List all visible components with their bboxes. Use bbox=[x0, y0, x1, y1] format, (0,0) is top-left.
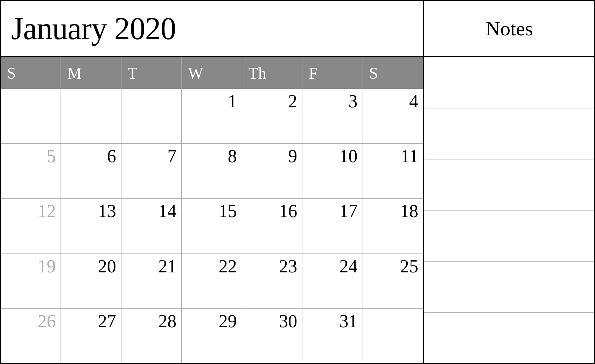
calendar-row-1: 1 2 3 4 bbox=[1, 89, 423, 143]
calendar-cell: 29 bbox=[182, 309, 242, 363]
calendar-cell: 24 bbox=[302, 254, 363, 308]
calendar-cell: 26 bbox=[1, 309, 61, 363]
day-label-fri: F bbox=[302, 57, 363, 89]
calendar-title: January 2020 bbox=[11, 10, 176, 47]
notes-row-4[interactable] bbox=[424, 261, 594, 312]
calendar-cell: 16 bbox=[242, 199, 302, 253]
calendar-cell: 25 bbox=[363, 254, 423, 308]
calendar-cell: 9 bbox=[242, 144, 302, 198]
day-label-tue: T bbox=[121, 57, 182, 89]
calendar-cell: 23 bbox=[242, 254, 302, 308]
calendar-grid: 1 2 3 4 5 6 7 8 9 10 11 12 13 14 15 bbox=[1, 89, 423, 363]
calendar-row-5: 26 27 28 29 30 31 bbox=[1, 308, 423, 363]
day-label-sat: S bbox=[363, 57, 423, 89]
calendar-cell: 12 bbox=[1, 199, 61, 253]
calendar-cell: 14 bbox=[121, 199, 182, 253]
calendar-cell: 5 bbox=[1, 144, 61, 198]
calendar-cell bbox=[121, 89, 182, 143]
calendar-cell: 15 bbox=[182, 199, 242, 253]
calendar-header: January 2020 bbox=[1, 1, 423, 57]
calendar-cell: 20 bbox=[61, 254, 121, 308]
day-label-sun: S bbox=[1, 57, 61, 89]
notes-rows bbox=[424, 57, 594, 363]
calendar-row-4: 19 20 21 22 23 24 25 bbox=[1, 254, 423, 308]
days-header: S M T W Th F S bbox=[1, 57, 423, 89]
calendar-cell: 1 bbox=[182, 89, 242, 143]
notes-row-5[interactable] bbox=[424, 312, 594, 363]
calendar-cell: 13 bbox=[61, 199, 121, 253]
calendar-cell bbox=[1, 89, 61, 143]
calendar-cell: 17 bbox=[302, 199, 363, 253]
calendar-cell: 3 bbox=[302, 89, 363, 143]
notes-title: Notes bbox=[485, 17, 533, 40]
calendar-cell: 30 bbox=[242, 309, 302, 363]
notes-day-header-spacer bbox=[424, 57, 594, 108]
calendar-wrapper: January 2020 S M T W Th F S 1 2 3 4 bbox=[0, 0, 595, 364]
calendar-cell: 6 bbox=[61, 144, 121, 198]
calendar-cell: 19 bbox=[1, 254, 61, 308]
day-label-wed: W bbox=[182, 57, 242, 89]
calendar-cell: 22 bbox=[182, 254, 242, 308]
day-label-thu: Th bbox=[242, 57, 302, 89]
notes-row-3[interactable] bbox=[424, 210, 594, 261]
calendar-main: January 2020 S M T W Th F S 1 2 3 4 bbox=[1, 1, 424, 363]
day-label-mon: M bbox=[61, 57, 121, 89]
calendar-cell: 11 bbox=[363, 144, 423, 198]
calendar-cell: 18 bbox=[363, 199, 423, 253]
calendar-cell: 8 bbox=[182, 144, 242, 198]
calendar-cell: 28 bbox=[121, 309, 182, 363]
notes-panel: Notes bbox=[424, 1, 594, 363]
calendar-cell: 7 bbox=[121, 144, 182, 198]
notes-row-2[interactable] bbox=[424, 159, 594, 210]
calendar-cell: 4 bbox=[363, 89, 423, 143]
calendar-row-2: 5 6 7 8 9 10 11 bbox=[1, 143, 423, 198]
calendar-cell bbox=[61, 89, 121, 143]
calendar-cell: 31 bbox=[302, 309, 363, 363]
calendar-row-3: 12 13 14 15 16 17 18 bbox=[1, 198, 423, 253]
calendar-cell: 21 bbox=[121, 254, 182, 308]
calendar-cell: 10 bbox=[302, 144, 363, 198]
calendar-cell bbox=[363, 309, 423, 363]
calendar-cell: 2 bbox=[242, 89, 302, 143]
notes-row-1[interactable] bbox=[424, 108, 594, 159]
calendar-cell: 27 bbox=[61, 309, 121, 363]
notes-header: Notes bbox=[424, 1, 594, 57]
